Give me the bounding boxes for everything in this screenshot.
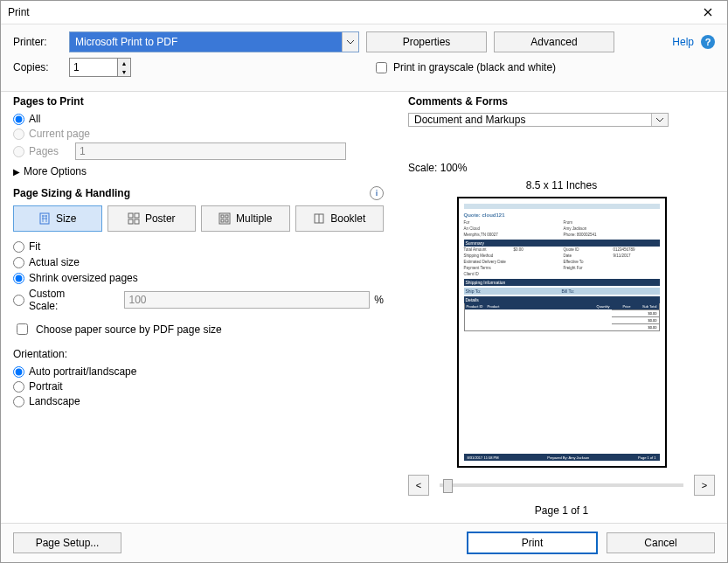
grayscale-label: Print in grayscale (black and white) — [393, 61, 556, 73]
fit-radio[interactable] — [13, 241, 24, 253]
pages-to-print-header: Pages to Print — [13, 95, 384, 108]
svg-rect-4 — [135, 219, 139, 224]
info-icon[interactable]: i — [370, 186, 384, 200]
actual-size-label: Actual size — [29, 256, 80, 268]
percent-label: % — [374, 294, 384, 306]
copies-input[interactable] — [70, 59, 117, 76]
copies-label: Copies: — [13, 61, 62, 73]
pages-range-label: Pages — [29, 145, 71, 157]
chevron-down-icon — [651, 114, 668, 126]
sizing-header: Page Sizing & Handling i — [13, 186, 384, 200]
svg-rect-3 — [128, 219, 133, 224]
dialog-title: Print — [8, 6, 30, 18]
comments-header: Comments & Forms — [408, 95, 715, 108]
properties-button[interactable]: Properties — [366, 31, 487, 52]
svg-rect-7 — [225, 215, 228, 218]
right-panel: Comments & Forms Document and Markups Sc… — [396, 87, 727, 524]
close-icon — [704, 8, 712, 17]
more-options-label: More Options — [24, 165, 87, 177]
booklet-icon — [313, 212, 325, 225]
grayscale-checkbox[interactable] — [376, 62, 387, 73]
top-bar: Printer: Microsoft Print to PDF Properti… — [1, 24, 727, 92]
printer-label: Printer: — [13, 36, 62, 48]
pages-range-input — [75, 142, 346, 160]
print-dialog: Print Printer: Microsoft Print to PDF Pr… — [0, 0, 728, 563]
paper-source-label: Choose paper source by PDF page size — [36, 323, 222, 336]
orientation-header: Orientation: — [13, 348, 384, 360]
left-panel: Pages to Print All Current page Pages ▶ … — [1, 87, 396, 524]
chevron-down-icon — [342, 32, 358, 52]
titlebar: Print — [1, 1, 727, 24]
help-icon[interactable]: ? — [701, 35, 715, 49]
svg-rect-2 — [135, 213, 139, 218]
grayscale-checkbox-row: Print in grayscale (black and white) — [372, 59, 556, 76]
slider-thumb[interactable] — [443, 479, 453, 493]
poster-icon — [128, 212, 140, 225]
orientation-portrait-label: Portrait — [29, 380, 63, 393]
paper-source-row: Choose paper source by PDF page size — [13, 321, 384, 337]
prev-page-button[interactable]: < — [408, 475, 429, 496]
printer-selected-value: Microsoft Print to PDF — [70, 32, 342, 52]
shrink-label: Shrink oversized pages — [29, 272, 138, 284]
dimensions-label: 8.5 x 11 Inches — [408, 179, 715, 191]
multiple-icon — [218, 212, 231, 225]
cancel-button[interactable]: Cancel — [607, 532, 715, 553]
printer-select[interactable]: Microsoft Print to PDF — [69, 31, 359, 52]
fit-label: Fit — [29, 240, 40, 253]
svg-rect-9 — [225, 219, 228, 222]
orientation-landscape-radio[interactable] — [13, 396, 24, 407]
pages-range-radio — [13, 146, 24, 157]
tab-poster[interactable]: Poster — [107, 205, 197, 232]
pages-all-radio[interactable] — [13, 114, 24, 125]
help-link[interactable]: Help — [672, 36, 694, 48]
preview-page: Quote: cloud121 ForFrom An CloudAmy Jack… — [457, 197, 667, 468]
copies-down-button[interactable]: ▼ — [118, 67, 130, 76]
pages-all-label: All — [29, 113, 40, 125]
advanced-button[interactable]: Advanced — [494, 31, 614, 52]
svg-rect-6 — [221, 215, 224, 218]
preview-slider[interactable] — [440, 483, 683, 487]
actual-size-radio[interactable] — [13, 257, 24, 268]
shrink-radio[interactable] — [13, 273, 24, 284]
preview-doc-title: Quote: cloud121 — [464, 212, 660, 218]
tab-size[interactable]: Size — [13, 205, 102, 232]
tab-booklet[interactable]: Booklet — [295, 205, 385, 232]
orientation-portrait-radio[interactable] — [13, 381, 24, 393]
close-button[interactable] — [696, 3, 720, 22]
custom-scale-label: Custom Scale: — [29, 288, 90, 312]
scale-label: Scale: 100% — [408, 162, 715, 174]
orientation-auto-radio[interactable] — [13, 366, 24, 378]
next-page-button[interactable]: > — [694, 475, 715, 496]
more-options-toggle[interactable]: ▶ More Options — [13, 165, 384, 177]
svg-rect-1 — [128, 213, 133, 218]
footer: Page Setup... Print Cancel — [1, 523, 727, 562]
triangle-right-icon: ▶ — [13, 167, 20, 177]
custom-scale-radio[interactable] — [13, 295, 24, 306]
preview-area: Quote: cloud121 ForFrom An CloudAmy Jack… — [408, 197, 715, 468]
pages-current-radio — [13, 129, 24, 140]
size-icon — [38, 212, 51, 225]
paper-source-checkbox[interactable] — [17, 323, 28, 335]
copies-up-button[interactable]: ▲ — [118, 59, 130, 67]
orientation-landscape-label: Landscape — [29, 395, 80, 407]
comments-selected-value: Document and Markups — [409, 114, 651, 126]
tab-multiple[interactable]: Multiple — [201, 205, 290, 232]
print-button[interactable]: Print — [467, 532, 598, 554]
custom-scale-input — [124, 291, 370, 309]
svg-rect-8 — [221, 219, 224, 222]
copies-spinner[interactable]: ▲ ▼ — [69, 58, 131, 77]
orientation-auto-label: Auto portrait/landscape — [29, 365, 136, 378]
page-indicator: Page 1 of 1 — [408, 504, 715, 517]
page-setup-button[interactable]: Page Setup... — [13, 532, 121, 553]
comments-select[interactable]: Document and Markups — [408, 113, 669, 127]
pages-current-label: Current page — [29, 128, 90, 140]
